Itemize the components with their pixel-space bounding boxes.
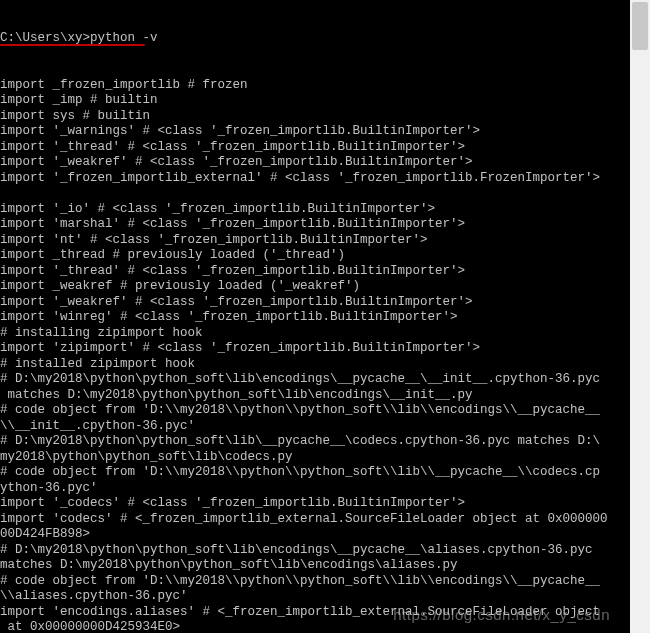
terminal-output-line: import sys # builtin: [0, 109, 630, 125]
terminal-output-line: import 'zipimport' # <class '_frozen_imp…: [0, 341, 630, 357]
terminal-output-line: # code object from 'D:\\my2018\\python\\…: [0, 403, 630, 419]
terminal-content[interactable]: C:\Users\xy>python -v import _frozen_imp…: [0, 0, 630, 633]
terminal-output-line: ython-36.pyc': [0, 481, 630, 497]
terminal-output-line: import '_codecs' # <class '_frozen_impor…: [0, 496, 630, 512]
terminal-output-line: import _weakref # previously loaded ('_w…: [0, 279, 630, 295]
terminal-output-line: import 'nt' # <class '_frozen_importlib.…: [0, 233, 630, 249]
terminal-output-line: import _frozen_importlib # frozen: [0, 78, 630, 94]
terminal-output-line: import 'codecs' # <_frozen_importlib_ext…: [0, 512, 630, 528]
terminal-output-line: \\aliases.cpython-36.pyc': [0, 589, 630, 605]
annotation-underline: [0, 44, 145, 46]
terminal-output-line: # code object from 'D:\\my2018\\python\\…: [0, 574, 630, 590]
terminal-output-line: # D:\my2018\python\python_soft\lib\encod…: [0, 372, 630, 388]
terminal-output-line: import _thread # previously loaded ('_th…: [0, 248, 630, 264]
terminal-output-line: at 0x00000000D425934E0>: [0, 620, 630, 633]
blank-line: [0, 186, 630, 202]
scrollbar-thumb[interactable]: [632, 2, 648, 50]
viewport: C:\Users\xy>python -v import _frozen_imp…: [0, 0, 650, 633]
terminal-output-line: # D:\my2018\python\python_soft\lib\encod…: [0, 543, 630, 559]
terminal-output-line: \\__init__.cpython-36.pyc': [0, 419, 630, 435]
vertical-scrollbar[interactable]: [630, 0, 650, 633]
terminal-output-line: # code object from 'D:\\my2018\\python\\…: [0, 465, 630, 481]
terminal-output-line: import 'winreg' # <class '_frozen_import…: [0, 310, 630, 326]
terminal-output-line: import '_warnings' # <class '_frozen_imp…: [0, 124, 630, 140]
terminal-output-line: import 'encodings.aliases' # <_frozen_im…: [0, 605, 630, 621]
terminal-output-line: import '_weakref' # <class '_frozen_impo…: [0, 155, 630, 171]
terminal-output-line: matches D:\my2018\python\python_soft\lib…: [0, 388, 630, 404]
terminal-output-line: matches D:\my2018\python\python_soft\lib…: [0, 558, 630, 574]
command-text: python -v: [90, 31, 158, 45]
terminal-output-line: import '_thread' # <class '_frozen_impor…: [0, 264, 630, 280]
terminal-output-line: 00D424FB898>: [0, 527, 630, 543]
prompt-line: C:\Users\xy>python -v: [0, 31, 630, 47]
shell-prompt: C:\Users\xy>: [0, 31, 90, 45]
terminal-output-line: # D:\my2018\python\python_soft\lib\__pyc…: [0, 434, 630, 450]
terminal-output-line: import '_io' # <class '_frozen_importlib…: [0, 202, 630, 218]
terminal-output-line: import '_thread' # <class '_frozen_impor…: [0, 140, 630, 156]
terminal-output-line: import _imp # builtin: [0, 93, 630, 109]
terminal-output-line: my2018\python\python_soft\lib\codecs.py: [0, 450, 630, 466]
terminal-output-line: # installing zipimport hook: [0, 326, 630, 342]
terminal-output-line: import '_weakref' # <class '_frozen_impo…: [0, 295, 630, 311]
terminal-output-line: import 'marshal' # <class '_frozen_impor…: [0, 217, 630, 233]
terminal-window[interactable]: C:\Users\xy>python -v import _frozen_imp…: [0, 0, 630, 633]
terminal-output-line: import '_frozen_importlib_external' # <c…: [0, 171, 630, 187]
terminal-output-line: # installed zipimport hook: [0, 357, 630, 373]
